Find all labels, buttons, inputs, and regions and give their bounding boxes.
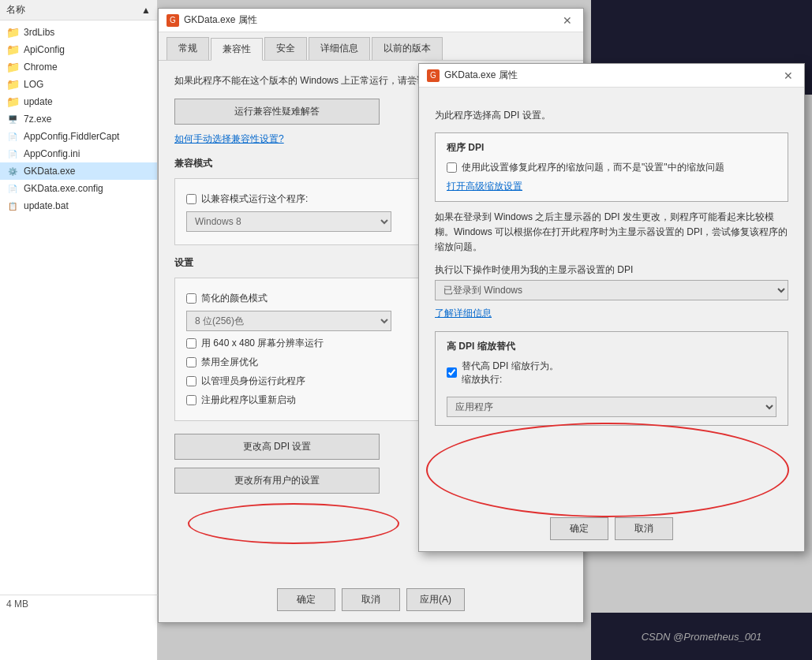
file-item-7z[interactable]: 🖥️ 7z.exe <box>0 110 157 128</box>
file-item-GKDataConfig[interactable]: 📄 GKData.exe.config <box>0 180 157 197</box>
resolution-checkbox[interactable] <box>186 338 196 349</box>
color-mode-dropdown[interactable]: 8 位(256)色 <box>186 311 391 331</box>
fg-close-button[interactable]: ✕ <box>784 69 796 82</box>
dialog-fg-app-icon: G <box>427 69 440 82</box>
config-icon: 📄 <box>6 147 19 160</box>
sort-icon: ▲ <box>141 5 151 16</box>
program-dpi-check-row: 使用此设置修复此程序的缩放问题，而不是"设置"中的缩放问题 <box>447 161 776 174</box>
admin-checkbox[interactable] <box>186 376 196 386</box>
high-dpi-checkbox[interactable] <box>447 367 457 378</box>
bat-icon: 📋 <box>6 199 19 212</box>
fg-ok-button[interactable]: 确定 <box>550 517 608 540</box>
change-all-button[interactable]: 更改所有用户的设置 <box>174 468 380 494</box>
high-dpi-title: 高 DPI 缩放替代 <box>447 340 776 353</box>
compatibility-version-dropdown[interactable]: Windows 8 <box>186 211 391 232</box>
folder-icon: 📁 <box>6 26 19 39</box>
file-item-LOG[interactable]: 📁 LOG <box>0 76 157 93</box>
restart-checkbox[interactable] <box>186 395 196 405</box>
compatibility-checkbox[interactable] <box>186 194 196 204</box>
tab-previous[interactable]: 以前的版本 <box>372 37 443 60</box>
dialog-bg-titlebar: G GKData.exe 属性 ✕ <box>159 9 583 32</box>
file-item-ApiConfig[interactable]: 📁 ApiConfig <box>0 41 157 58</box>
learn-more-link[interactable]: 了解详细信息 <box>435 307 788 320</box>
config-icon: 📄 <box>6 130 19 143</box>
run-compatibility-button[interactable]: 运行兼容性疑难解答 <box>174 99 380 125</box>
dialog-fg-footer: 确定 取消 <box>419 517 804 540</box>
folder-icon: 📁 <box>6 61 19 73</box>
change-dpi-button[interactable]: 更改高 DPI 设置 <box>174 434 380 460</box>
fg-info-text: 如果在登录到 Windows 之后主显示器的 DPI 发生更改，则程序可能看起来… <box>435 210 788 255</box>
fullscreen-checkbox[interactable] <box>186 357 196 367</box>
bg-close-button[interactable]: ✕ <box>563 14 575 27</box>
dialog-bg-title: GKData.exe 属性 <box>184 13 257 27</box>
file-item-Chrome[interactable]: 📁 Chrome <box>0 58 157 76</box>
program-dpi-title: 程序 DPI <box>447 141 776 155</box>
program-dpi-section: 程序 DPI 使用此设置修复此程序的缩放问题，而不是"设置"中的缩放问题 打开高… <box>435 132 788 202</box>
program-dpi-checkbox[interactable] <box>447 162 457 173</box>
fg-intro-text: 为此程序选择高 DPI 设置。 <box>435 108 788 123</box>
dialog-fg-dpi: G GKData.exe 属性 ✕ 为此程序选择高 DPI 设置。 程序 DPI… <box>418 63 805 552</box>
file-item-3rdLibs[interactable]: 📁 3rdLibs <box>0 24 157 41</box>
bg-ok-button[interactable]: 确定 <box>277 588 335 611</box>
folder-icon: 📁 <box>6 43 19 56</box>
dpi-select-dropdown[interactable]: 已登录到 Windows <box>435 280 788 300</box>
tab-general[interactable]: 常规 <box>167 37 209 60</box>
dialog-bg-footer: 确定 取消 应用(A) <box>159 588 583 611</box>
exe-icon: 🖥️ <box>6 113 19 125</box>
file-item-update[interactable]: 📁 update <box>0 93 157 110</box>
tab-security[interactable]: 安全 <box>264 37 307 60</box>
file-item-AppConfigIni[interactable]: 📄 AppConfig.ini <box>0 145 157 162</box>
tab-details[interactable]: 详细信息 <box>309 37 370 60</box>
tabs-container: 常规 兼容性 安全 详细信息 以前的版本 <box>159 32 583 61</box>
high-dpi-section: 高 DPI 缩放替代 替代高 DPI 缩放行为。 缩放执行: 应用程序 <box>435 331 788 426</box>
open-scaling-link[interactable]: 打开高级缩放设置 <box>447 180 776 193</box>
dpi-select-label: 执行以下操作时使用为我的主显示器设置的 DPI <box>435 263 788 277</box>
folder-icon: 📁 <box>6 95 19 108</box>
bg-apply-button[interactable]: 应用(A) <box>406 588 465 611</box>
file-size-status: 4 MB <box>0 595 158 613</box>
file-explorer-header: 名称 ▲ <box>0 0 157 21</box>
file-explorer: 名称 ▲ 📁 3rdLibs 📁 ApiConfig 📁 Chrome 📁 LO… <box>0 0 158 660</box>
file-item-AppConfigFiddler[interactable]: 📄 AppConfig.FiddlerCapt <box>0 128 157 145</box>
folder-icon: 📁 <box>6 78 19 91</box>
file-item-updateBat[interactable]: 📋 update.bat <box>0 197 157 214</box>
dialog-fg-titlebar: G GKData.exe 属性 ✕ <box>419 64 804 88</box>
tab-compatibility[interactable]: 兼容性 <box>211 38 263 61</box>
dialog-fg-content: 为此程序选择高 DPI 设置。 程序 DPI 使用此设置修复此程序的缩放问题，而… <box>419 88 804 481</box>
select-compatibility-link[interactable]: 如何手动选择兼容性设置? <box>174 133 284 144</box>
bg-cancel-button[interactable]: 取消 <box>342 588 400 611</box>
dialog-fg-title: GKData.exe 属性 <box>444 69 518 82</box>
fg-cancel-button[interactable]: 取消 <box>615 517 673 540</box>
file-list: 📁 3rdLibs 📁 ApiConfig 📁 Chrome 📁 LOG 📁 u… <box>0 21 157 218</box>
file-item-GKData[interactable]: ⚙️ GKData.exe <box>0 162 157 180</box>
csdn-watermark: CSDN @Prometheus_001 <box>591 613 812 660</box>
high-dpi-check-row: 替代高 DPI 缩放行为。 缩放执行: <box>447 360 776 386</box>
scale-dropdown[interactable]: 应用程序 <box>447 397 776 417</box>
dialog-app-icon: G <box>167 14 179 27</box>
header-name-label: 名称 <box>6 3 25 17</box>
exe-icon-gkdata: ⚙️ <box>6 165 19 177</box>
color-mode-checkbox[interactable] <box>186 293 196 304</box>
config-icon: 📄 <box>6 182 19 195</box>
